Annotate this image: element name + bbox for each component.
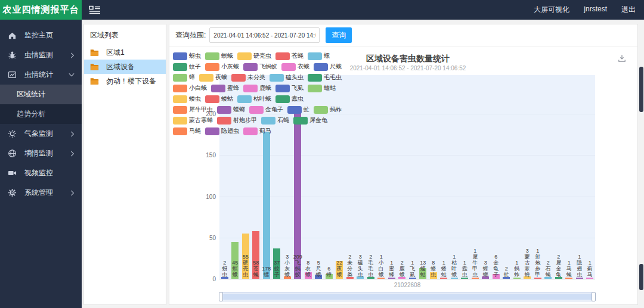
legend-item[interactable]: 衣蛾: [281, 63, 309, 71]
chart-panel: 查询范围: 查询 区域设备害虫数量统计 2021-04-01 14:06:52 …: [169, 24, 638, 305]
legend-label: 石蝇: [277, 116, 289, 125]
sidebar-item[interactable]: 监控主页: [0, 26, 82, 45]
sidebar-subitem[interactable]: 区域统计: [0, 85, 82, 104]
legend-item[interactable]: 夜蛾: [199, 73, 227, 82]
legend-item[interactable]: 马蝇: [173, 127, 201, 135]
bar-slot: 1蠹虫: [460, 51, 470, 279]
legend-item[interactable]: 螳螂: [217, 105, 245, 114]
legend-item[interactable]: 蝼蛄: [205, 95, 233, 103]
legend-item[interactable]: 犀金龟: [293, 116, 327, 125]
header-links: 大屏可视化jnrstest退出: [534, 5, 636, 15]
legend-item[interactable]: 螟蛾: [205, 52, 233, 60]
date-range-input[interactable]: [209, 27, 320, 43]
tree-item[interactable]: 区域设备: [84, 60, 166, 74]
legend-label: 蝼蛄: [221, 95, 233, 103]
download-icon[interactable]: [617, 54, 627, 63]
bar-value-label: 45螟蛾: [232, 260, 238, 278]
scrollbar-thumb[interactable]: [639, 67, 643, 112]
bar-slot: 1射炮步甲: [532, 51, 543, 279]
sidebar-item[interactable]: 视频监控: [0, 163, 82, 183]
collapse-menu-icon[interactable]: [89, 5, 101, 14]
legend-item[interactable]: 金龟子: [249, 105, 283, 114]
legend-swatch: [205, 95, 219, 103]
legend-item[interactable]: 虻: [287, 105, 309, 114]
legend-item[interactable]: 小白蛾: [173, 84, 207, 92]
query-button[interactable]: 查询: [326, 27, 352, 43]
datazoom-left-handle[interactable]: [219, 292, 223, 301]
chart-legend: 蚜虫螟蛾硬壳虫苍蝇螺蚊子小灰蛾飞蚂蚁衣蛾尺蛾蟑夜蛾未分类磕头虫毛毛虫小白蛾蜜蜂鹿…: [173, 52, 347, 138]
legend-item[interactable]: 螺: [308, 52, 330, 60]
legend-label: 衣蛾: [298, 63, 309, 71]
legend-item[interactable]: 飞虱: [275, 84, 304, 92]
bar-value-label: 3小灰蛾: [284, 254, 290, 278]
legend-item[interactable]: 蚜虫: [173, 52, 201, 60]
legend-item[interactable]: 尺蛾: [314, 63, 342, 71]
scrollbar-thumb[interactable]: [639, 264, 643, 290]
chevron-right-icon: [70, 131, 75, 137]
legend-label: 飞蚂蚁: [259, 63, 277, 71]
legend-item[interactable]: 蓟马: [243, 127, 271, 135]
legend-item[interactable]: 毛毛虫: [308, 73, 342, 82]
header-link[interactable]: 大屏可视化: [534, 5, 569, 15]
legend-swatch: [205, 127, 219, 135]
x-axis-name: 21022608: [219, 282, 595, 288]
datazoom-selection[interactable]: [221, 294, 593, 300]
legend-item[interactable]: 蜜蜂: [211, 84, 239, 92]
header-link[interactable]: 退出: [621, 5, 636, 15]
sidebar-subitem[interactable]: 趋势分析: [0, 104, 82, 124]
bar-value-label: 2犀金龟: [556, 254, 561, 278]
legend-item[interactable]: 蚊子: [173, 63, 201, 71]
legend-label: 蚜虫: [189, 52, 201, 60]
sidebar-item[interactable]: 墒情监测: [0, 144, 82, 163]
bar-slot: 1飞虱: [407, 51, 418, 279]
legend-item[interactable]: 蝼虫: [173, 95, 201, 103]
bar-value-label: 178螺: [262, 266, 271, 278]
legend-item[interactable]: 小灰蛾: [205, 63, 239, 71]
header-link[interactable]: jnrstest: [584, 5, 607, 15]
legend-item[interactable]: 蟑: [173, 73, 195, 82]
legend-item[interactable]: 蒙古寒蝉: [173, 116, 213, 125]
legend-swatch: [199, 74, 213, 82]
legend-item[interactable]: 枯叶蛾: [237, 95, 271, 103]
datazoom-slider[interactable]: [219, 292, 595, 301]
legend-swatch: [205, 52, 219, 60]
legend-label: 毛毛虫: [324, 73, 342, 82]
bar[interactable]: [263, 132, 270, 279]
legend-item[interactable]: 硬壳虫: [237, 52, 271, 60]
legend-item[interactable]: 隐翅虫: [205, 127, 239, 135]
legend-item[interactable]: 犀牛甲虫: [173, 105, 213, 114]
sidebar-item[interactable]: 系统管理: [0, 183, 82, 203]
bar-slot: 1马蝇: [564, 51, 575, 279]
app-logo: 农业四情测报平台: [0, 0, 82, 20]
legend-swatch: [308, 52, 322, 60]
bar-value-label: 1犀牛甲虫: [472, 248, 478, 278]
legend-item[interactable]: 未分类: [231, 73, 265, 82]
tree-item[interactable]: 勿动！楼下设备: [84, 74, 166, 88]
bar-value-label: 22夜蛾: [336, 260, 342, 278]
legend-item[interactable]: 蟪蛄: [308, 84, 336, 92]
legend-item[interactable]: 石蝇: [261, 116, 289, 125]
legend-item[interactable]: 鹿蛾: [243, 84, 271, 92]
legend-item[interactable]: 飞蚂蚁: [243, 63, 277, 71]
tree-item[interactable]: 区域1: [84, 45, 166, 60]
legend-label: 蒙古寒蝉: [189, 116, 213, 125]
bar-slot: 3磕头虫: [355, 51, 366, 279]
legend-item[interactable]: 射炮步甲: [217, 116, 257, 125]
legend-label: 蝼虫: [189, 95, 201, 103]
sidebar-item-label: 系统管理: [24, 188, 53, 198]
folder-icon: [90, 63, 99, 71]
legend-item[interactable]: 磕头虫: [270, 73, 304, 82]
legend-swatch: [173, 63, 187, 71]
legend-swatch: [314, 63, 328, 71]
chevron-down-icon: [69, 73, 75, 77]
legend-item[interactable]: 苍蝇: [275, 52, 304, 60]
query-bar: 查询范围: 查询: [169, 24, 637, 46]
bar-slot: 1犀牛甲虫: [470, 51, 481, 279]
sidebar-item[interactable]: 气象监测: [0, 124, 82, 144]
folder-icon: [90, 49, 99, 57]
datazoom-right-handle[interactable]: [592, 292, 596, 301]
sidebar-item[interactable]: 虫情统计: [0, 65, 82, 85]
legend-item[interactable]: 蠹虫: [275, 95, 304, 103]
legend-item[interactable]: 蚂蚱: [314, 105, 342, 114]
sidebar-item[interactable]: 虫情监测: [0, 45, 82, 65]
